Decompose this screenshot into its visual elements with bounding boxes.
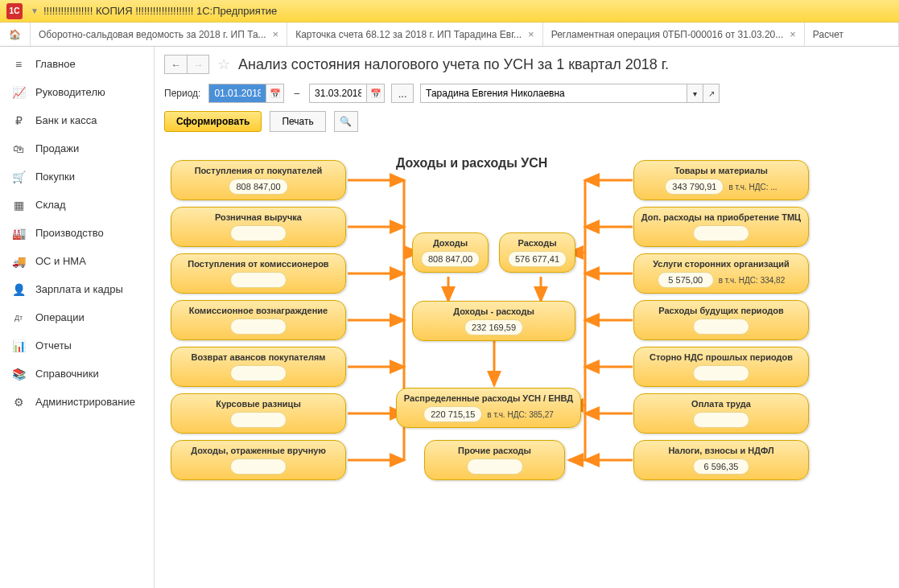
- block-value: 343 790,91: [665, 179, 724, 195]
- block-value: 808 847,00: [421, 251, 480, 267]
- diagram: Доходы и расходы УСН Поступления от поку…: [163, 148, 871, 566]
- block-title: Розничная выручка: [178, 212, 339, 222]
- block-title: Распределенные расходы УСН / ЕНВД: [403, 393, 574, 403]
- tab-0[interactable]: Оборотно-сальдовая ведомость за 2018 г. …: [31, 23, 287, 46]
- block-taxes[interactable]: Налоги, взносы и НДФЛ6 596,35: [633, 440, 809, 480]
- calendar-icon[interactable]: 📅: [266, 84, 283, 102]
- tab-2[interactable]: Регламентная операция 0ТБП-000016 от 31.…: [543, 23, 805, 46]
- title-dropdown-icon[interactable]: ▼: [31, 6, 39, 15]
- block-commissioners[interactable]: Поступления от комиссионеров: [171, 253, 346, 294]
- nav-label: Производство: [35, 227, 104, 239]
- dropdown-icon[interactable]: ▾: [687, 84, 703, 102]
- block-expense[interactable]: Расходы576 677,41: [499, 232, 575, 273]
- block-storno[interactable]: Сторно НДС прошлых периодов: [633, 347, 809, 387]
- calendar-icon[interactable]: 📅: [366, 84, 384, 102]
- nav-label: Зарплата и кадры: [35, 283, 123, 295]
- block-title: Сторно НДС прошлых периодов: [641, 352, 802, 362]
- block-return[interactable]: Возврат авансов покупателям: [171, 347, 346, 387]
- block-value: 808 847,00: [229, 179, 287, 195]
- block-value: [693, 412, 749, 428]
- nav-warehouse[interactable]: ▦Склад: [0, 191, 154, 219]
- block-retail[interactable]: Розничная выручка: [171, 207, 346, 247]
- nav-label: Справочники: [35, 368, 99, 380]
- tab-3[interactable]: Расчет: [805, 23, 899, 46]
- home-tab[interactable]: 🏠: [0, 23, 31, 46]
- app-title: !!!!!!!!!!!!!!!!! КОПИЯ !!!!!!!!!!!!!!!!…: [43, 5, 277, 17]
- block-extra-expenses[interactable]: Доп. расходы на приобретение ТМЦ: [633, 207, 809, 247]
- date-to-input[interactable]: 📅: [309, 84, 385, 103]
- nav-purchases[interactable]: 🛒Покупки: [0, 162, 154, 191]
- home-icon: 🏠: [9, 29, 21, 40]
- block-services[interactable]: Услуги сторонних организаций5 575,00в т.…: [633, 253, 809, 294]
- block-title: Возврат авансов покупателям: [178, 352, 339, 362]
- block-value: 6 596,35: [693, 458, 749, 475]
- tab-label: Оборотно-сальдовая ведомость за 2018 г. …: [39, 29, 266, 40]
- print-button[interactable]: Печать: [270, 111, 325, 132]
- block-labor[interactable]: Оплата труда: [633, 393, 809, 434]
- close-icon[interactable]: ×: [273, 28, 279, 40]
- generate-button[interactable]: Сформировать: [164, 111, 262, 132]
- block-title: Поступления от комиссионеров: [178, 259, 339, 269]
- close-icon[interactable]: ×: [790, 28, 796, 40]
- block-goods[interactable]: Товары и материалы343 790,91в т.ч. НДС: …: [633, 160, 809, 200]
- star-icon[interactable]: ☆: [217, 56, 230, 73]
- open-icon[interactable]: ↗: [703, 84, 719, 102]
- block-future[interactable]: Расходы будущих периодов: [633, 300, 809, 340]
- nav-operations[interactable]: ДтОперации: [0, 303, 154, 331]
- block-diff[interactable]: Доходы - расходы232 169,59: [412, 301, 575, 341]
- block-distributed[interactable]: Распределенные расходы УСН / ЕНВД220 715…: [396, 388, 581, 428]
- block-note: в т.ч. НДС: 385,27: [487, 410, 553, 419]
- nav-references[interactable]: 📚Справочники: [0, 360, 154, 388]
- block-other[interactable]: Прочие расходы: [424, 440, 565, 480]
- date-from-field[interactable]: [209, 84, 266, 102]
- dtkt-icon: Дт: [11, 310, 26, 325]
- nav-admin[interactable]: ⚙Администрирование: [0, 388, 154, 416]
- block-income[interactable]: Доходы808 847,00: [412, 232, 489, 273]
- block-value: [230, 225, 287, 241]
- block-value: [230, 272, 287, 288]
- date-from-input[interactable]: 📅: [208, 84, 284, 103]
- block-title: Поступления от покупателей: [178, 166, 339, 175]
- nav-manager[interactable]: 📈Руководителю: [0, 78, 154, 106]
- actions: Сформировать Печать 🔍: [155, 108, 899, 140]
- nav-label: Покупки: [35, 171, 75, 183]
- search-button[interactable]: 🔍: [334, 111, 358, 132]
- nav-main[interactable]: ≡Главное: [0, 50, 154, 78]
- block-commission[interactable]: Комиссионное вознаграждение: [171, 300, 346, 340]
- nav-reports[interactable]: 📊Отчеты: [0, 331, 154, 360]
- nav-label: Руководителю: [35, 86, 105, 98]
- person-icon: 👤: [11, 282, 26, 297]
- block-title: Комиссионное вознаграждение: [178, 306, 339, 315]
- close-icon[interactable]: ×: [528, 28, 534, 40]
- nav-label: Главное: [35, 58, 76, 70]
- date-to-field[interactable]: [310, 84, 366, 102]
- block-manual-income[interactable]: Доходы, отраженные вручную: [171, 440, 346, 480]
- page-title: Анализ состояния налогового учета по УСН…: [238, 56, 669, 73]
- chart-icon: 📈: [11, 85, 26, 100]
- nav-production[interactable]: 🏭Производство: [0, 219, 154, 247]
- menu-icon: ≡: [11, 57, 26, 72]
- block-exchange[interactable]: Курсовые разницы: [171, 393, 346, 434]
- tab-1[interactable]: Карточка счета 68.12 за 2018 г. ИП Тарад…: [287, 23, 543, 46]
- back-button[interactable]: ←: [164, 55, 187, 74]
- grid-icon: ▦: [11, 198, 26, 212]
- block-value: [230, 412, 287, 428]
- tab-label: Регламентная операция 0ТБП-000016 от 31.…: [551, 29, 784, 40]
- truck-icon: 🚚: [11, 254, 26, 269]
- block-title: Прочие расходы: [431, 446, 558, 455]
- period-picker-button[interactable]: ...: [391, 84, 414, 103]
- block-buyers[interactable]: Поступления от покупателей808 847,00: [171, 160, 346, 200]
- block-value: [693, 365, 749, 381]
- nav-label: Склад: [35, 199, 66, 211]
- period-label: Период:: [164, 88, 200, 99]
- sidebar: ≡Главное 📈Руководителю ₽Банк и касса 🛍Пр…: [0, 47, 155, 588]
- forward-button[interactable]: →: [187, 55, 209, 74]
- nav-assets[interactable]: 🚚ОС и НМА: [0, 247, 154, 275]
- nav-label: Администрирование: [35, 396, 135, 408]
- nav-label: Операции: [35, 311, 85, 323]
- nav-sales[interactable]: 🛍Продажи: [0, 134, 154, 162]
- person-field[interactable]: [421, 84, 687, 102]
- nav-salary[interactable]: 👤Зарплата и кадры: [0, 275, 154, 303]
- person-select[interactable]: ▾ ↗: [420, 84, 720, 103]
- nav-bank[interactable]: ₽Банк и касса: [0, 106, 154, 134]
